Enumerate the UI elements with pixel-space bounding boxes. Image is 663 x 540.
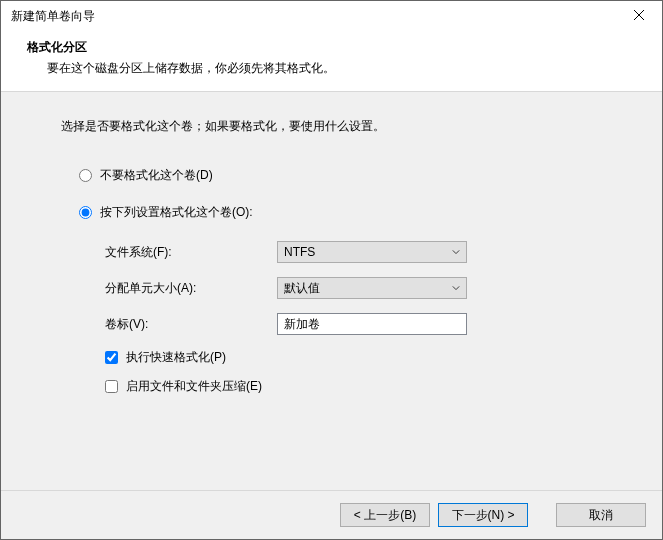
compression-label: 启用文件和文件夹压缩(E) [126,378,262,395]
radio-no-format[interactable]: 不要格式化这个卷(D) [79,167,662,184]
filesystem-value: NTFS [284,245,315,259]
format-radio-group: 不要格式化这个卷(D) 按下列设置格式化这个卷(O): 文件系统(F): NTF… [61,167,662,395]
radio-no-format-label: 不要格式化这个卷(D) [100,167,213,184]
radio-format-input[interactable] [79,206,92,219]
radio-format-label: 按下列设置格式化这个卷(O): [100,204,253,221]
radio-format[interactable]: 按下列设置格式化这个卷(O): [79,204,662,221]
cancel-button[interactable]: 取消 [556,503,646,527]
window-title: 新建简单卷向导 [11,8,95,25]
allocation-row: 分配单元大小(A): 默认值 [105,277,662,299]
quick-format-checkbox[interactable]: 执行快速格式化(P) [105,349,662,366]
close-icon [634,9,644,23]
allocation-label: 分配单元大小(A): [105,280,277,297]
filesystem-select[interactable]: NTFS [277,241,467,263]
allocation-select[interactable]: 默认值 [277,277,467,299]
quick-format-input[interactable] [105,351,118,364]
back-button[interactable]: < 上一步(B) [340,503,430,527]
volume-label-row: 卷标(V): [105,313,662,335]
wizard-window: 新建简单卷向导 格式化分区 要在这个磁盘分区上储存数据，你必须先将其格式化。 选… [0,0,663,540]
next-button[interactable]: 下一步(N) > [438,503,528,527]
radio-no-format-input[interactable] [79,169,92,182]
allocation-value: 默认值 [284,280,320,297]
wizard-footer: < 上一步(B) 下一步(N) > 取消 [1,490,662,539]
chevron-down-icon [452,245,460,259]
volume-label-label: 卷标(V): [105,316,277,333]
filesystem-label: 文件系统(F): [105,244,277,261]
page-description: 要在这个磁盘分区上储存数据，你必须先将其格式化。 [21,56,642,77]
titlebar: 新建简单卷向导 [1,1,662,31]
chevron-down-icon [452,281,460,295]
instruction-text: 选择是否要格式化这个卷；如果要格式化，要使用什么设置。 [61,118,662,135]
wizard-body: 选择是否要格式化这个卷；如果要格式化，要使用什么设置。 不要格式化这个卷(D) … [1,91,662,490]
page-title: 格式化分区 [21,39,642,56]
filesystem-row: 文件系统(F): NTFS [105,241,662,263]
compression-input[interactable] [105,380,118,393]
close-button[interactable] [616,1,662,31]
volume-label-input[interactable] [277,313,467,335]
quick-format-label: 执行快速格式化(P) [126,349,226,366]
compression-checkbox[interactable]: 启用文件和文件夹压缩(E) [105,378,662,395]
wizard-header: 格式化分区 要在这个磁盘分区上储存数据，你必须先将其格式化。 [1,31,662,91]
format-settings: 文件系统(F): NTFS 分配单元大小(A): 默认值 [79,241,662,395]
